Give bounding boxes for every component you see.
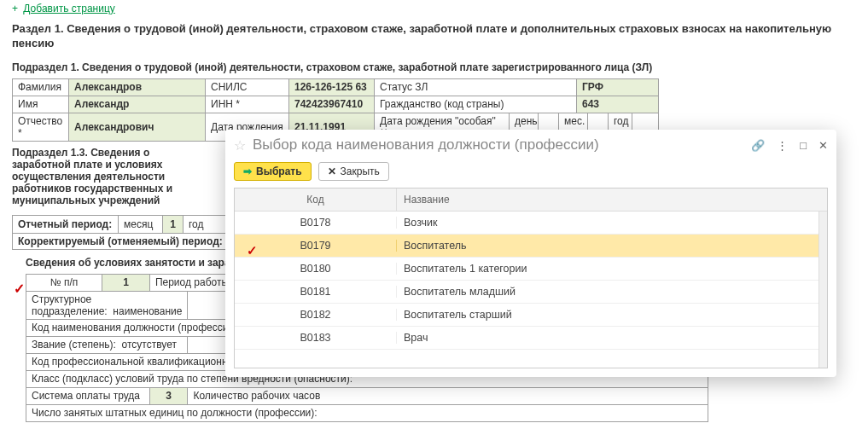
row-name: Воспитатель [397, 240, 818, 252]
link-icon[interactable]: 🔗 [751, 139, 765, 152]
row-code: B0182 [235, 309, 397, 321]
status-label: Статус ЗЛ [375, 78, 577, 96]
select-code-modal: ☆ Выбор кода наименования должности (про… [225, 130, 836, 377]
close-x-icon: ✕ [328, 165, 336, 177]
paysys-value[interactable]: 3 [149, 387, 188, 404]
row-name: Врач [397, 332, 818, 344]
name-value[interactable]: Александр [69, 96, 206, 113]
red-check-icon: ✓ [14, 281, 25, 297]
grf-label: ГРФ [577, 78, 659, 96]
count-label: Количество рабочих часов [188, 387, 708, 404]
grid-row[interactable]: B0179✓Воспитатель [235, 235, 818, 258]
row-name: Воспитатель младший [397, 286, 818, 298]
row-name: Воспитатель 1 категории [397, 263, 818, 275]
more-icon[interactable]: ⋮ [777, 139, 788, 152]
name-label: Имя [13, 96, 69, 113]
inn-value[interactable]: 742423967410 [289, 96, 375, 113]
np-value[interactable]: 1 [102, 274, 150, 291]
period-label: Отчетный период: [13, 216, 119, 233]
period-month-label: месяц [119, 216, 163, 233]
grid-row[interactable]: B0178Возчик [235, 212, 818, 235]
citiz-label: Гражданство (код страны) [375, 96, 577, 113]
modal-title: Выбор кода наименования должности (профе… [253, 136, 751, 154]
select-button-label: Выбрать [256, 165, 302, 177]
maximize-icon[interactable]: □ [800, 139, 807, 152]
otch-label: Отчество * [13, 113, 69, 141]
paysys-label: Система оплаты труда [26, 387, 150, 404]
snils-label: СНИЛС [206, 78, 289, 96]
close-button[interactable]: ✕ Закрыть [318, 162, 389, 181]
select-button[interactable]: ➡ Выбрать [234, 162, 312, 181]
sub1-title: Подраздел 1. Сведения о трудовой (иной) … [0, 56, 868, 78]
row-code: B0178 [235, 217, 397, 229]
row-code: B0183 [235, 332, 397, 344]
grid-body[interactable]: B0178ВозчикB0179✓ВоспитательB0180Воспита… [235, 212, 818, 368]
add-page-link[interactable]: + Добавить страницу [0, 0, 868, 17]
struct-label: Структурное подразделение: наименование [26, 291, 188, 319]
family-value[interactable]: Александров [69, 78, 206, 96]
row-code: B0180 [235, 263, 397, 275]
row-code: B0179✓ [235, 240, 397, 252]
row-name: Воспитатель старший [397, 309, 818, 321]
star-icon[interactable]: ☆ [234, 137, 246, 154]
otch-value[interactable]: Александрович [69, 113, 206, 141]
col-name-header[interactable]: Название [397, 188, 827, 211]
close-button-label: Закрыть [341, 165, 380, 177]
modal-grid: Код Название B0178ВозчикB0179✓Воспитател… [234, 188, 828, 368]
check-icon: ✓ [247, 243, 258, 258]
citiz-value[interactable]: 643 [577, 96, 659, 113]
family-label: Фамилия [13, 78, 69, 96]
grid-row[interactable]: B0180Воспитатель 1 категории [235, 258, 818, 281]
snils-value[interactable]: 126-126-125 63 [289, 78, 375, 96]
section-title: Раздел 1. Сведения о трудовой (иной) дея… [0, 17, 868, 56]
scrollbar[interactable] [818, 212, 827, 368]
pos-count-label: Число занятых штатных единиц по должност… [26, 404, 708, 421]
plus-icon: + [12, 3, 18, 14]
grid-row[interactable]: B0181Воспитатель младший [235, 281, 818, 304]
row-code: B0181 [235, 286, 397, 298]
np-label: № п/п [26, 274, 102, 291]
col-code-header[interactable]: Код [235, 188, 397, 211]
grid-row[interactable]: B0183Врач [235, 327, 818, 350]
close-icon[interactable]: ✕ [818, 139, 828, 152]
add-page-text[interactable]: Добавить страницу [23, 3, 114, 14]
period-month[interactable]: 1 [163, 216, 184, 233]
row-name: Возчик [397, 217, 818, 229]
inn-label: ИНН * [206, 96, 289, 113]
grid-row[interactable]: B0182Воспитатель старший [235, 304, 818, 327]
rank-label: Звание (степень): отсутствует [26, 336, 188, 353]
select-arrow-icon: ➡ [243, 165, 252, 177]
period-year-label: год [184, 216, 209, 233]
sub13-title: Подраздел 1.3. Сведения о заработной пла… [0, 142, 222, 212]
